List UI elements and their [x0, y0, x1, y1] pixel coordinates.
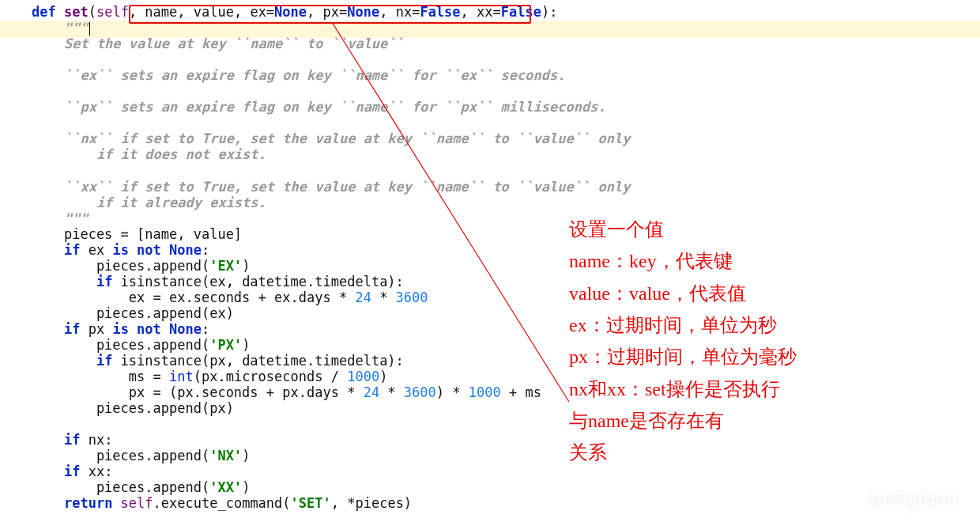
px-if: if — [96, 353, 112, 369]
ex-append-close: ) — [242, 258, 250, 274]
if2-kw: if — [64, 321, 80, 337]
ex-append-var: pieces.append(ex) — [32, 305, 234, 321]
ex-append-open: pieces.append( — [32, 258, 209, 274]
anno-l4: ex：过期时间，单位为秒 — [569, 309, 797, 341]
ret-exec: .execute_command( — [153, 495, 291, 511]
param-self: self — [96, 4, 129, 20]
if1-var: ex — [80, 242, 112, 258]
if1-indent — [32, 242, 64, 258]
text-cursor — [89, 22, 91, 36]
int-builtin: int — [169, 369, 194, 384]
ex-if: if — [96, 274, 112, 289]
nx-append-open: pieces.append( — [32, 448, 209, 464]
xx-str: 'XX' — [209, 479, 242, 495]
if1-kw: if — [64, 242, 80, 258]
watermark-text: AirPython — [869, 487, 958, 512]
if1-none: None — [169, 242, 202, 258]
ms-calc-b: (px.microseconds / — [194, 369, 347, 384]
doc-line-5b: if it already exists. — [32, 195, 266, 210]
ret-self: self — [121, 495, 153, 511]
doc-line-4a: ``nx`` if set to True, set the value at … — [32, 131, 630, 146]
doc-line-4b: if it does not exist. — [32, 146, 266, 162]
if4-indent — [32, 464, 64, 479]
if3-nx: nx: — [80, 432, 112, 448]
anno-l7: 与name是否存在有 — [569, 405, 797, 437]
svg-point-1 — [850, 497, 865, 509]
annotation-text: 设置一个值 name：key，代表键 value：value，代表值 ex：过期… — [569, 214, 797, 469]
open-paren: ( — [89, 4, 96, 20]
anno-l3: value：value，代表值 — [569, 278, 797, 309]
pxcalc-b: * — [379, 384, 404, 400]
wechat-icon — [840, 490, 864, 510]
doc-line-5a: ``xx`` if set to True, set the value at … — [32, 179, 630, 195]
px-1000: 1000 — [469, 384, 501, 400]
red-highlight-box — [129, 5, 531, 24]
if3-indent — [32, 432, 64, 448]
ms-1000: 1000 — [347, 369, 379, 384]
xx-append-close: ) — [242, 479, 250, 495]
ret-indent — [32, 495, 64, 511]
if2-isnot: is not — [112, 321, 169, 337]
if2-colon: : — [202, 321, 209, 337]
px-append-open: pieces.append( — [32, 337, 209, 353]
if1-isnot: is not — [112, 242, 169, 258]
doc-line-2: ``ex`` sets an expire flag on key ``name… — [32, 67, 566, 83]
if4-xx: xx: — [80, 464, 112, 479]
pxcalc-a: px = (px.seconds + px.days * — [32, 384, 364, 400]
px-str: 'PX' — [209, 337, 242, 353]
if3-kw: if — [64, 432, 80, 448]
watermark: AirPython — [840, 487, 958, 512]
anno-l8: 关系 — [569, 437, 797, 468]
ms-calc-c: ) — [379, 369, 387, 384]
px-3600: 3600 — [404, 384, 436, 400]
close-paren: ): — [541, 4, 557, 20]
doc-line-3: ``px`` sets an expire flag on key ``name… — [32, 99, 606, 115]
kw-def: def — [32, 4, 64, 20]
doc-line-1: Set the value at key ``name`` to ``value… — [32, 36, 404, 51]
px-isinstance: isinstance(px, datetime.timedelta): — [112, 353, 403, 369]
ex-calc-a: ex = ex.seconds + ex.days * — [32, 289, 355, 305]
ex-str: 'EX' — [209, 258, 242, 274]
ret-kw: return — [64, 495, 121, 511]
ex-mul: * — [371, 289, 396, 305]
ret-tail: , *pieces) — [331, 495, 412, 511]
anno-l2: name：key，代表键 — [569, 245, 797, 277]
doc-triple-open: """ — [32, 20, 89, 36]
if2-indent — [32, 321, 64, 337]
anno-l1: 设置一个值 — [569, 214, 797, 245]
px-isinstance-indent — [32, 353, 96, 369]
pxcalc-c: ) * — [436, 384, 469, 400]
nx-append-close: ) — [242, 448, 250, 464]
ex-isinstance: isinstance(ex, datetime.timedelta): — [112, 274, 403, 289]
ret-set-str: 'SET' — [291, 495, 331, 511]
ms-calc-a: ms = — [32, 369, 169, 384]
if2-none: None — [169, 321, 202, 337]
doc-triple-close: """ — [32, 210, 89, 226]
px-24: 24 — [364, 384, 379, 400]
anno-l5: px：过期时间，单位为毫秒 — [569, 341, 797, 373]
nx-str: 'NX' — [209, 448, 242, 464]
pxcalc-d: + ms — [501, 384, 541, 400]
xx-append-open: pieces.append( — [32, 479, 209, 495]
ex-24: 24 — [355, 289, 371, 305]
ex-isinstance-indent — [32, 274, 96, 289]
if4-kw: if — [64, 464, 80, 479]
fn-name: set — [64, 4, 89, 20]
px-append-close: ) — [242, 337, 250, 353]
ex-3600: 3600 — [396, 289, 428, 305]
anno-l6: nx和xx：set操作是否执行 — [569, 373, 797, 405]
pieces-line: pieces = [name, value] — [32, 226, 242, 242]
px-append-var: pieces.append(px) — [32, 400, 234, 416]
code-block: def set(self, name, value, ex=None, px=N… — [32, 4, 630, 512]
if2-var: px — [80, 321, 112, 337]
if1-colon: : — [202, 242, 209, 258]
